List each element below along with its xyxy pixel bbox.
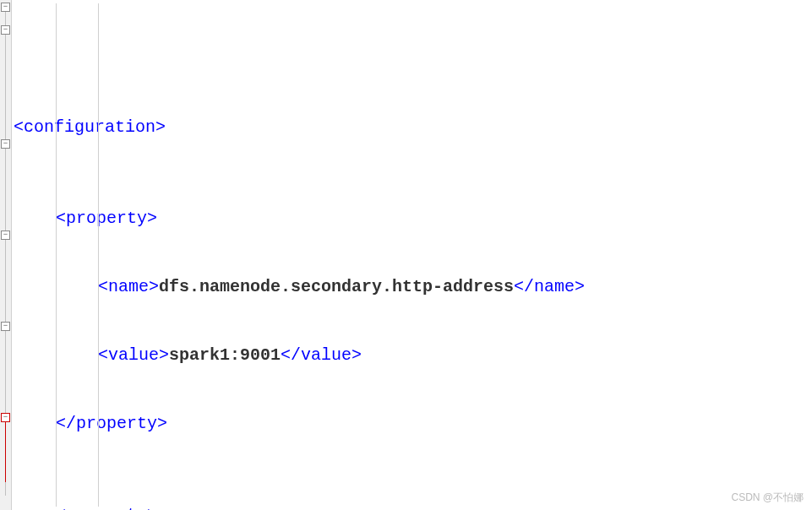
tag-name-close: </name> <box>514 277 585 296</box>
fold-toggle-icon[interactable]: − <box>1 413 10 422</box>
tag-property-close: </property> <box>56 414 167 433</box>
fold-toggle-icon[interactable]: − <box>1 139 10 149</box>
code-line: <property> <box>14 503 812 510</box>
tag-configuration-open: <configuration> <box>14 117 166 137</box>
fold-toggle-icon[interactable]: − <box>1 25 10 35</box>
indent-guide <box>56 3 57 507</box>
fold-gutter: − − − − − − <box>0 0 12 510</box>
prop-value: spark1:9001 <box>169 345 281 365</box>
tag-name-open: <name> <box>98 277 159 296</box>
code-line: </property> <box>14 412 812 435</box>
watermark: CSDN @不怕娜 <box>731 491 804 505</box>
fold-toggle-icon[interactable]: − <box>1 3 10 12</box>
tag-property-open: <property> <box>56 209 157 228</box>
code-line: <property> <box>14 207 812 230</box>
code-line: <value>spark1:9001</value> <box>14 344 812 366</box>
tag-property-open: <property> <box>56 505 157 510</box>
prop-name: dfs.namenode.secondary.http-address <box>159 277 514 296</box>
tag-value-close: </value> <box>281 345 362 365</box>
fold-line-red <box>5 422 6 482</box>
indent-guide <box>98 3 99 507</box>
code-line: <name>dfs.namenode.secondary.http-addres… <box>14 275 812 298</box>
fold-toggle-icon[interactable]: − <box>1 231 10 240</box>
code-line: <configuration> <box>14 116 812 138</box>
tag-value-open: <value> <box>98 345 169 365</box>
code-area: <configuration> <property> <name>dfs.nam… <box>12 0 812 510</box>
fold-toggle-icon[interactable]: − <box>1 322 10 331</box>
